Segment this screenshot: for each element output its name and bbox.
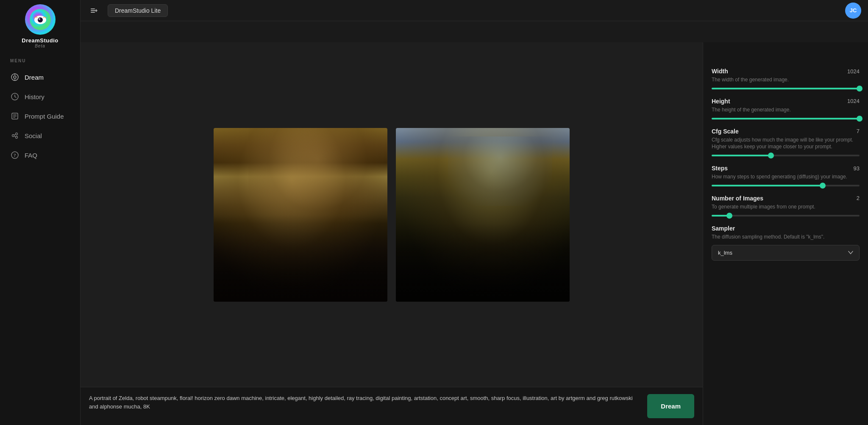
logo-subtitle: Beta bbox=[35, 44, 45, 48]
height-desc: The height of the generated image. bbox=[712, 106, 860, 114]
svg-point-13 bbox=[12, 135, 14, 137]
menu-label: MENU bbox=[0, 58, 26, 63]
dream-icon bbox=[10, 72, 19, 82]
cfg-scale-label: Cfg Scale bbox=[712, 128, 739, 135]
num-images-label: Number of Images bbox=[712, 195, 763, 202]
logo-title: DreamStudio bbox=[22, 37, 58, 44]
svg-rect-21 bbox=[91, 10, 97, 11]
sidebar-item-history-label: History bbox=[25, 93, 45, 100]
sidebar-item-social[interactable]: Social bbox=[0, 126, 80, 145]
sidebar-item-history[interactable]: History bbox=[0, 87, 80, 106]
sidebar-item-dream[interactable]: Dream bbox=[0, 67, 80, 87]
num-images-desc: To generate multiple images from one pro… bbox=[712, 203, 860, 211]
sampler-dropdown[interactable]: k_lms bbox=[712, 245, 860, 261]
height-slider[interactable] bbox=[712, 118, 860, 119]
sampler-label: Sampler bbox=[712, 225, 735, 232]
num-images-section: Number of Images 2 To generate multiple … bbox=[712, 195, 860, 217]
sidebar-item-faq[interactable]: ? FAQ bbox=[0, 145, 80, 165]
cfg-scale-section: Cfg Scale 7 Cfg scale adjusts how much t… bbox=[712, 128, 860, 157]
main-content: Dream bbox=[81, 42, 703, 425]
width-label: Width bbox=[712, 68, 728, 75]
logo-icon bbox=[25, 4, 56, 35]
dream-button[interactable]: Dream bbox=[647, 394, 694, 418]
cfg-scale-slider[interactable] bbox=[712, 155, 860, 156]
cfg-scale-desc: Cfg scale adjusts how much the image wil… bbox=[712, 136, 860, 151]
width-desc: The width of the generated image. bbox=[712, 76, 860, 83]
svg-point-2 bbox=[38, 17, 43, 22]
svg-point-5 bbox=[14, 76, 16, 78]
svg-line-17 bbox=[14, 136, 16, 137]
svg-rect-20 bbox=[91, 8, 95, 9]
sampler-desc: The diffusion sampling method. Default i… bbox=[712, 233, 860, 241]
num-images-slider[interactable] bbox=[712, 215, 860, 217]
height-section: Height 1024 The height of the generated … bbox=[712, 98, 860, 119]
collapse-sidebar-button[interactable] bbox=[87, 4, 101, 17]
canvas-area bbox=[81, 42, 703, 387]
sidebar-item-faq-label: FAQ bbox=[25, 152, 37, 159]
logo-area: DreamStudio Beta bbox=[22, 4, 58, 48]
svg-point-14 bbox=[16, 133, 18, 135]
guide-icon bbox=[10, 111, 19, 121]
sampler-value: k_lms bbox=[718, 250, 732, 256]
svg-rect-22 bbox=[91, 12, 95, 13]
topbar: DreamStudio Lite JC bbox=[81, 0, 868, 21]
width-section: Width 1024 The width of the generated im… bbox=[712, 68, 860, 89]
social-icon bbox=[10, 131, 19, 140]
chevron-down-icon bbox=[848, 251, 853, 254]
sidebar-item-dream-label: Dream bbox=[25, 74, 44, 81]
steps-slider[interactable] bbox=[712, 185, 860, 186]
svg-line-16 bbox=[14, 134, 16, 135]
steps-value: 93 bbox=[854, 165, 860, 172]
cfg-scale-value: 7 bbox=[857, 128, 860, 134]
width-value: 1024 bbox=[847, 68, 860, 75]
steps-desc: How many steps to spend generating (diff… bbox=[712, 173, 860, 181]
steps-label: Steps bbox=[712, 165, 728, 172]
history-icon bbox=[10, 92, 19, 101]
app-tab[interactable]: DreamStudio Lite bbox=[108, 4, 168, 17]
svg-point-3 bbox=[39, 18, 40, 20]
sidebar-item-prompt-guide[interactable]: Prompt Guide bbox=[0, 106, 80, 126]
faq-icon: ? bbox=[10, 150, 19, 160]
generated-image-1 bbox=[214, 128, 387, 302]
svg-point-15 bbox=[16, 136, 18, 139]
prompt-input[interactable] bbox=[89, 394, 640, 418]
sidebar-item-social-label: Social bbox=[25, 132, 42, 139]
width-slider[interactable] bbox=[712, 88, 860, 89]
height-label: Height bbox=[712, 98, 730, 105]
user-avatar[interactable]: JC bbox=[845, 3, 861, 19]
height-value: 1024 bbox=[847, 98, 860, 104]
svg-text:?: ? bbox=[14, 153, 16, 158]
settings-panel: Width 1024 The width of the generated im… bbox=[703, 42, 868, 425]
sidebar-item-prompt-guide-label: Prompt Guide bbox=[25, 113, 64, 120]
sampler-section: Sampler The diffusion sampling method. D… bbox=[712, 225, 860, 261]
sidebar: DreamStudio Beta MENU Dream History bbox=[0, 0, 81, 425]
num-images-value: 2 bbox=[857, 195, 860, 201]
generated-image-2 bbox=[396, 128, 570, 302]
steps-section: Steps 93 How many steps to spend generat… bbox=[712, 165, 860, 186]
prompt-area: Dream bbox=[81, 387, 703, 425]
